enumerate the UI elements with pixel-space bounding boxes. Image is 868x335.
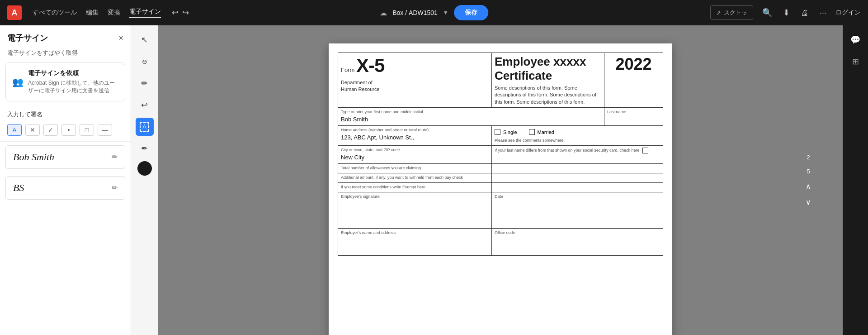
address-value[interactable]: 123, ABC Apt, Unknown St., — [341, 133, 489, 142]
download-button[interactable]: ⬇ — [781, 6, 792, 19]
nav-all-tools[interactable]: すべてのツール — [33, 9, 77, 17]
tool-cross[interactable]: ✕ — [25, 124, 40, 136]
first-name-label: Type or print your first name and middle… — [341, 110, 601, 114]
nav-esign[interactable]: 電子サイン — [129, 8, 161, 18]
additional-label: Additional amount, if any, you want to w… — [341, 175, 489, 180]
page-5-button[interactable]: 5 — [807, 168, 810, 175]
print-button[interactable]: 🖨 — [799, 6, 811, 19]
panel-close-button[interactable]: × — [118, 34, 123, 43]
header: A すべてのツール 編集 変換 電子サイン ↩ ↪ ☁ Box / ADW150… — [0, 0, 868, 25]
signature-row: Employee's signature Date — [338, 192, 663, 228]
chat-button[interactable]: 💬 — [846, 31, 864, 49]
allowances-row: Total number of allowances you are claim… — [338, 163, 663, 173]
married-label: Married — [538, 129, 554, 135]
esign-request-title[interactable]: 電子サインを依頼 — [28, 69, 118, 77]
redo-button[interactable]: ↪ — [182, 8, 189, 18]
sign-icon: ✒ — [141, 144, 148, 153]
last-name-differs-label: If your last name differs from that show… — [495, 148, 660, 153]
pencil-icon: ✏ — [141, 78, 148, 88]
address-cell: Home address (number and street or rural… — [338, 126, 492, 146]
tool-line[interactable]: — — [98, 124, 112, 136]
form-number: X-5 — [356, 55, 384, 76]
export-icon: ↗ — [716, 10, 721, 16]
tool-box[interactable]: □ — [80, 124, 94, 136]
esign-request-section: 👥 電子サインを依頼 Acrobat Sign に移動して、他のユーザーに電子サ… — [5, 62, 125, 101]
tool-check[interactable]: ✓ — [43, 124, 58, 136]
pdf-viewer[interactable]: Form X-5 Department ofHuman Resource Emp… — [158, 25, 843, 335]
employee-sig-cell: Employee's signature — [338, 192, 492, 228]
zoom-icon: ⊖ — [142, 58, 147, 65]
city-label: City or town, state, and ZIP code — [341, 148, 489, 152]
text-select-tool[interactable]: A — [136, 118, 154, 136]
employee-sig-label: Employee's signature — [341, 194, 489, 199]
single-married-cell: Single Married Please see the comments s… — [492, 126, 663, 146]
address-label: Home address (number and street or rural… — [341, 128, 489, 132]
allowances-label: Total number of allowances you are claim… — [341, 166, 489, 170]
grid-button[interactable]: ⊞ — [846, 53, 864, 71]
employer-label: Employer's name and address — [341, 230, 489, 235]
tool-dot[interactable]: • — [61, 124, 76, 136]
form-id-cell: Form X-5 Department ofHuman Resource — [338, 53, 492, 108]
zoom-tool[interactable]: ⊖ — [136, 53, 154, 71]
page-up-button[interactable]: ∧ — [806, 182, 811, 191]
breadcrumb-dropdown[interactable]: ▼ — [443, 10, 448, 16]
undo-button[interactable]: ↩ — [172, 8, 179, 18]
form-table: Form X-5 Department ofHuman Resource Emp… — [338, 53, 663, 256]
pdf-page: Form X-5 Department ofHuman Resource Emp… — [329, 43, 672, 335]
form-title: Employee xxxxx Certificate — [495, 55, 601, 83]
select-tool[interactable]: ↖ — [136, 31, 154, 49]
additional-label-cell: Additional amount, if any, you want to w… — [338, 173, 492, 182]
nav-edit[interactable]: 編集 — [86, 9, 99, 17]
save-button[interactable]: 保存 — [454, 5, 488, 20]
tool-text[interactable]: A — [7, 124, 22, 136]
city-value[interactable]: New City — [341, 153, 489, 162]
signature-card-2[interactable]: BS ✏ — [5, 176, 125, 200]
signature-edit-2[interactable]: ✏ — [112, 183, 118, 192]
panel-title: 電子サイン — [7, 33, 48, 43]
first-name-value[interactable]: Bob Smith — [341, 115, 601, 124]
employer-row: Employer's name and address Office code — [338, 228, 663, 255]
comment-label: Please see the comments somewhere. — [495, 138, 660, 144]
signature-text-1: Bob Smith — [13, 151, 54, 163]
toolbar: ↖ ⊖ ✏ ↩ A ✒ — [131, 25, 158, 335]
grid-icon: ⊞ — [852, 57, 859, 67]
breadcrumb: Box / ADW1501 — [392, 9, 438, 16]
search-button[interactable]: 🔍 — [760, 6, 774, 19]
form-title-cell: Employee xxxxx Certificate Some descript… — [492, 53, 604, 108]
form-department: Department ofHuman Resource — [341, 79, 489, 93]
last-name-cell: Last name — [604, 108, 663, 126]
cursor-icon: ↖ — [141, 35, 148, 45]
nav-convert[interactable]: 変換 — [108, 9, 120, 17]
more-button[interactable]: ··· — [818, 6, 828, 19]
first-name-cell: Type or print your first name and middle… — [338, 108, 604, 126]
signature-card-1[interactable]: Bob Smith ✏ — [5, 145, 125, 169]
form-year: 2022 — [604, 53, 663, 108]
export-button[interactable]: ↗ スクトッ — [710, 5, 753, 20]
page-down-button[interactable]: ∨ — [806, 198, 811, 206]
header-right: ↗ スクトッ 🔍 ⬇ 🖨 ··· ログイン — [710, 5, 861, 20]
header-center: ☁ Box / ADW1501 ▼ 保存 — [380, 5, 488, 20]
single-checkbox[interactable] — [495, 129, 500, 135]
curve-tool[interactable]: ↩ — [136, 96, 154, 114]
married-checkbox[interactable] — [529, 129, 535, 135]
color-picker[interactable] — [137, 161, 152, 176]
left-panel: 電子サイン × 電子サインをすばやく取得 👥 電子サインを依頼 Acrobat … — [0, 25, 131, 335]
sign-tool[interactable]: ✒ — [136, 139, 154, 158]
exempt-value-cell[interactable] — [492, 182, 663, 192]
additional-value-cell[interactable] — [492, 173, 663, 182]
left-panel-header: 電子サイン × — [0, 25, 131, 47]
page-2-button[interactable]: 2 — [807, 154, 810, 161]
input-section-label: 入力して署名 — [0, 107, 131, 122]
allowances-label-cell: Total number of allowances you are claim… — [338, 163, 492, 173]
city-cell: City or town, state, and ZIP code New Ci… — [338, 145, 492, 163]
esign-request-content: 電子サインを依頼 Acrobat Sign に移動して、他のユーザーに電子サイン… — [28, 69, 118, 95]
signature-edit-1[interactable]: ✏ — [112, 153, 118, 161]
login-button[interactable]: ログイン — [835, 9, 861, 17]
right-sidebar: 💬 ⊞ — [843, 25, 868, 335]
last-name-differs-checkbox[interactable] — [642, 148, 648, 153]
last-name-differs-cell: If your last name differs from that show… — [492, 145, 663, 163]
panel-subtitle: 電子サインをすばやく取得 — [0, 47, 131, 62]
exempt-row: If you meet some conditions write Exempt… — [338, 182, 663, 192]
pencil-tool[interactable]: ✏ — [136, 74, 154, 92]
allowances-value-cell[interactable] — [492, 163, 663, 173]
